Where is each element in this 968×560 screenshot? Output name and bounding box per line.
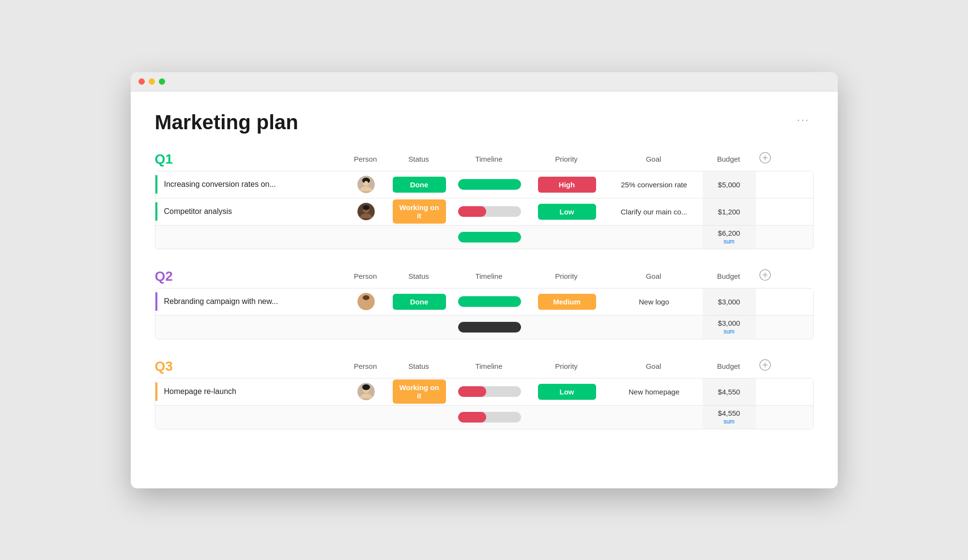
status-cell[interactable]: Working on it [388, 379, 451, 404]
section-q3: Q3PersonStatusTimelinePriorityGoalBudget… [155, 359, 814, 429]
sections-container: Q1PersonStatusTimelinePriorityGoalBudget… [155, 151, 814, 429]
section-title-q3: Q3 [155, 359, 344, 374]
maximize-button[interactable] [159, 78, 165, 85]
sum-budget-cell: $3,000sum [703, 316, 756, 339]
col-header-goal-q2: Goal [605, 272, 702, 280]
close-button[interactable] [138, 78, 145, 85]
table-q2: Rebranding campaign with new...DoneMediu… [155, 288, 814, 339]
task-cell: Increasing conversion rates on... [155, 175, 344, 194]
col-header-person-q3: Person [344, 362, 387, 370]
sum-label: sum [723, 418, 735, 425]
status-cell[interactable]: Working on it [388, 199, 451, 224]
col-header-priority-q2: Priority [528, 272, 605, 280]
sum-timeline-bar [458, 232, 521, 242]
avatar-cell [344, 176, 388, 193]
add-row-button-q3[interactable] [755, 359, 775, 374]
avatar [357, 203, 375, 220]
timeline-bar [458, 386, 487, 397]
avatar-cell [344, 293, 388, 310]
priority-cell[interactable]: Low [528, 384, 606, 400]
priority-badge[interactable]: High [538, 177, 596, 193]
avatar [357, 293, 375, 310]
col-header-status-q2: Status [387, 272, 450, 280]
sum-timeline-bar [458, 322, 521, 333]
budget-cell: $4,550 [703, 378, 756, 405]
table-q3: Homepage re-launchWorking on itLowNew ho… [155, 378, 814, 429]
timeline-bar [458, 206, 487, 217]
sum-row: $6,200sum [155, 226, 813, 249]
priority-cell[interactable]: Low [528, 204, 606, 220]
add-row-button-q2[interactable] [755, 269, 775, 284]
avatar-cell [344, 383, 388, 400]
status-cell[interactable]: Done [388, 177, 451, 193]
col-header-budget-q1: Budget [702, 155, 755, 163]
status-cell[interactable]: Done [388, 294, 451, 310]
page-header: Marketing plan ··· [155, 111, 814, 134]
app-window: Marketing plan ··· Q1PersonStatusTimelin… [131, 72, 838, 488]
priority-badge[interactable]: Low [538, 204, 596, 220]
main-content: Marketing plan ··· Q1PersonStatusTimelin… [131, 91, 838, 488]
section-q2: Q2PersonStatusTimelinePriorityGoalBudget… [155, 269, 814, 339]
budget-cell: $1,200 [703, 198, 756, 225]
table-row: Increasing conversion rates on...DoneHig… [155, 171, 813, 198]
col-header-status-q1: Status [387, 155, 450, 163]
avatar [357, 383, 375, 400]
col-header-timeline-q1: Timeline [450, 155, 528, 163]
sum-timeline-cell [451, 410, 528, 424]
status-badge[interactable]: Done [393, 294, 446, 310]
svg-point-9 [363, 205, 369, 210]
goal-cell: 25% conversion rate [606, 181, 703, 189]
svg-point-6 [364, 181, 368, 185]
task-name: Homepage re-launch [164, 387, 236, 396]
col-header-person-q1: Person [344, 155, 387, 163]
section-title-q2: Q2 [155, 269, 344, 284]
col-header-priority-q3: Priority [528, 362, 605, 370]
col-header-timeline-q3: Timeline [450, 362, 528, 370]
section-header-q2: Q2PersonStatusTimelinePriorityGoalBudget [155, 269, 814, 284]
col-header-budget-q2: Budget [702, 272, 755, 280]
add-row-button-q1[interactable] [755, 152, 775, 166]
sum-label: sum [723, 238, 735, 245]
sum-timeline-bar-wrap [458, 322, 521, 333]
sum-timeline-bar-wrap [458, 412, 521, 423]
sum-timeline-bar-wrap [458, 232, 521, 242]
priority-cell[interactable]: Medium [528, 294, 606, 310]
sum-amount: $6,200 [718, 229, 740, 237]
sum-row: $4,550sum [155, 406, 813, 429]
sum-timeline-cell [451, 230, 528, 244]
avatar-cell [344, 203, 388, 220]
status-badge[interactable]: Working on it [393, 379, 446, 404]
page-title: Marketing plan [155, 111, 298, 134]
titlebar [131, 72, 838, 91]
svg-point-21 [362, 384, 370, 390]
task-name: Competitor analysis [164, 207, 232, 216]
table-row: Rebranding campaign with new...DoneMediu… [155, 288, 813, 316]
section-header-q1: Q1PersonStatusTimelinePriorityGoalBudget [155, 151, 814, 167]
avatar [357, 176, 375, 193]
priority-cell[interactable]: High [528, 177, 606, 193]
table-row: Competitor analysisWorking on itLowClari… [155, 198, 813, 226]
status-badge[interactable]: Working on it [393, 199, 446, 224]
sum-label: sum [723, 328, 735, 335]
task-cell: Rebranding campaign with new... [155, 292, 344, 311]
col-header-priority-q1: Priority [528, 155, 605, 163]
sum-timeline-cell [451, 320, 528, 334]
col-header-goal-q3: Goal [605, 362, 702, 370]
task-name: Rebranding campaign with new... [164, 297, 278, 306]
priority-badge[interactable]: Low [538, 384, 596, 400]
timeline-bar-wrap [458, 206, 521, 217]
minimize-button[interactable] [149, 78, 155, 85]
goal-cell: Clarify our main co... [606, 208, 703, 216]
budget-cell: $3,000 [703, 288, 756, 315]
priority-badge[interactable]: Medium [538, 294, 596, 310]
status-badge[interactable]: Done [393, 177, 446, 193]
svg-point-15 [363, 295, 369, 300]
sum-row: $3,000sum [155, 316, 813, 339]
budget-cell: $5,000 [703, 171, 756, 198]
goal-cell: New homepage [606, 388, 703, 396]
timeline-cell [451, 384, 528, 399]
timeline-cell [451, 204, 528, 219]
col-header-timeline-q2: Timeline [450, 272, 528, 280]
task-cell: Competitor analysis [155, 202, 344, 221]
more-options-button[interactable]: ··· [793, 111, 813, 128]
